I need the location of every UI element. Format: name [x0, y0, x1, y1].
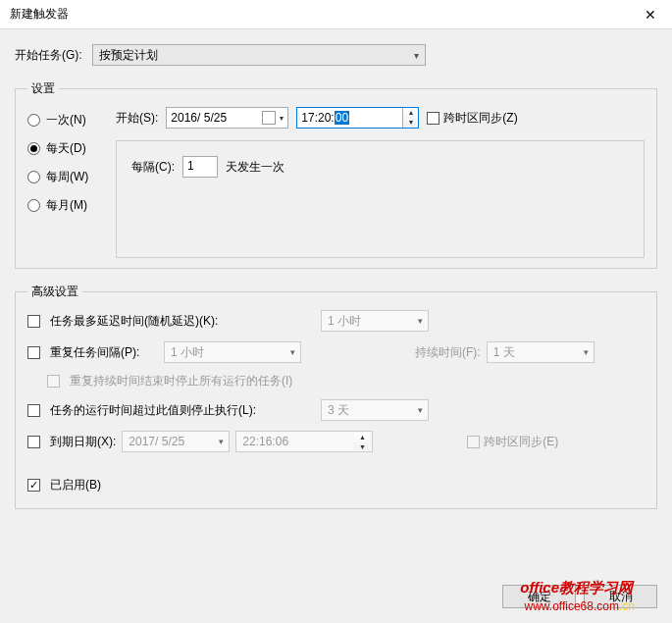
recur-panel: 每隔(C): 1 天发生一次: [116, 140, 645, 258]
radio-icon: [27, 114, 40, 127]
radio-icon: [27, 142, 40, 155]
schedule-radio-group: 一次(N) 每天(D) 每周(W) 每月(M): [27, 107, 116, 258]
advanced-legend: 高级设置: [27, 284, 82, 300]
expire-label: 到期日期(X):: [50, 434, 116, 450]
delay-row: 任务最多延迟时间(随机延迟)(K): 1 小时 ▾: [27, 310, 645, 332]
time-spinner: ▲ ▼: [354, 433, 370, 450]
repeat-row: 重复任务间隔(P): 1 小时 ▾ 持续时间(F): 1 天 ▾: [27, 341, 645, 363]
radio-icon: [27, 171, 40, 183]
start-time-input[interactable]: 17:20:00 ▲ ▼: [296, 107, 419, 129]
start-time-value: 17:20:00: [301, 111, 349, 125]
begin-task-value: 按预定计划: [99, 47, 158, 64]
radio-daily[interactable]: 每天(D): [27, 140, 116, 157]
stop-if-runs-checkbox[interactable]: [27, 404, 40, 417]
radio-weekly[interactable]: 每周(W): [27, 169, 116, 185]
expire-row: 到期日期(X): 2017/ 5/25 ▾ 22:16:06 ▲ ▼ 跨时区同步…: [27, 431, 645, 452]
interval-row: 每隔(C): 1 天发生一次: [131, 156, 629, 178]
radio-monthly-label: 每月(M): [46, 197, 87, 214]
expire-date-input: 2017/ 5/25 ▾: [122, 431, 230, 452]
tz-sync2-checkbox: [467, 436, 480, 448]
settings-legend: 设置: [27, 80, 59, 97]
cancel-button[interactable]: 取消: [584, 585, 657, 608]
radio-icon: [27, 199, 40, 212]
repeat-checkbox[interactable]: [27, 346, 40, 359]
duration-label: 持续时间(F):: [415, 344, 481, 361]
chevron-down-icon: ▾: [581, 346, 592, 358]
expire-checkbox[interactable]: [27, 436, 40, 448]
tz-sync-checkbox[interactable]: [427, 112, 439, 125]
enabled-label: 已启用(B): [50, 477, 101, 493]
radio-daily-label: 每天(D): [46, 140, 86, 157]
interval-suffix: 天发生一次: [226, 159, 284, 176]
begin-task-row: 开始任务(G): 按预定计划 ▾: [15, 44, 657, 66]
start-date-input[interactable]: 2016/ 5/25 ▾: [166, 107, 288, 129]
ok-button[interactable]: 确定: [502, 585, 576, 608]
begin-task-select[interactable]: 按预定计划 ▾: [92, 44, 426, 66]
expire-date-value: 2017/ 5/25: [129, 435, 184, 448]
calendar-icon: [262, 111, 276, 125]
tz-sync2-row: 跨时区同步(E): [467, 434, 558, 450]
stop-after-dur-label: 重复持续时间结束时停止所有运行的任务(I): [70, 373, 292, 389]
chevron-down-icon: ▾: [287, 346, 298, 358]
window-title: 新建触发器: [10, 6, 69, 23]
dialog-buttons: 确定 取消: [502, 585, 657, 608]
tz-sync-label: 跨时区同步(Z): [443, 110, 517, 127]
delay-label: 任务最多延迟时间(随机延迟)(K):: [50, 313, 315, 330]
tz-sync2-label: 跨时区同步(E): [484, 434, 558, 450]
advanced-group: 高级设置 任务最多延迟时间(随机延迟)(K): 1 小时 ▾ 重复任务间隔(P)…: [15, 284, 657, 509]
repeat-combo: 1 小时 ▾: [164, 341, 301, 363]
spinner-down: ▼: [354, 442, 370, 452]
begin-task-label: 开始任务(G):: [15, 47, 82, 64]
radio-once-label: 一次(N): [46, 112, 86, 129]
spinner-up: ▲: [354, 433, 370, 442]
start-label: 开始(S):: [116, 110, 158, 127]
enabled-checkbox[interactable]: [27, 479, 40, 492]
expire-time-value: 22:16:06: [242, 435, 288, 448]
start-date-value: 2016/ 5/25: [171, 111, 227, 125]
settings-right-panel: 开始(S): 2016/ 5/25 ▾ 17:20:00 ▲ ▼: [116, 107, 645, 258]
chevron-down-icon: ▾: [414, 50, 419, 61]
interval-label: 每隔(C):: [131, 159, 175, 176]
enabled-row: 已启用(B): [27, 477, 645, 493]
chevron-down-icon: ▾: [415, 315, 426, 327]
close-button[interactable]: ✕: [628, 0, 672, 29]
chevron-down-icon: ▾: [415, 404, 426, 416]
radio-weekly-label: 每周(W): [46, 169, 88, 185]
delay-combo: 1 小时 ▾: [321, 310, 429, 332]
repeat-value: 1 小时: [171, 344, 204, 361]
spinner-down[interactable]: ▼: [403, 118, 418, 128]
stop-if-runs-value: 3 天: [328, 402, 349, 419]
start-row: 开始(S): 2016/ 5/25 ▾ 17:20:00 ▲ ▼: [116, 107, 645, 129]
chevron-down-icon: ▾: [216, 436, 227, 447]
tz-sync-row: 跨时区同步(Z): [427, 110, 517, 127]
time-spinner: ▲ ▼: [402, 108, 418, 128]
delay-value: 1 小时: [328, 313, 361, 330]
chevron-down-icon: ▾: [280, 114, 284, 123]
stop-if-runs-label: 任务的运行时间超过此值则停止执行(L):: [50, 402, 315, 419]
stop-after-dur-row: 重复持续时间结束时停止所有运行的任务(I): [47, 373, 645, 389]
radio-once[interactable]: 一次(N): [27, 112, 116, 129]
spinner-up[interactable]: ▲: [403, 108, 418, 118]
interval-input[interactable]: 1: [182, 156, 218, 178]
delay-checkbox[interactable]: [27, 315, 40, 328]
dialog-content: 开始任务(G): 按预定计划 ▾ 设置 一次(N) 每天(D) 每周(W): [0, 29, 672, 623]
repeat-label: 重复任务间隔(P):: [50, 344, 158, 361]
expire-time-input: 22:16:06 ▲ ▼: [235, 431, 373, 452]
stop-if-runs-combo: 3 天 ▾: [321, 399, 429, 421]
titlebar: 新建触发器 ✕: [0, 0, 672, 29]
stop-after-dur-checkbox: [47, 375, 60, 388]
settings-group: 设置 一次(N) 每天(D) 每周(W) 每月(M): [15, 80, 657, 269]
stop-if-runs-row: 任务的运行时间超过此值则停止执行(L): 3 天 ▾: [27, 399, 645, 421]
duration-value: 1 天: [493, 344, 515, 361]
duration-combo: 1 天 ▾: [487, 341, 594, 363]
radio-monthly[interactable]: 每月(M): [27, 197, 116, 214]
